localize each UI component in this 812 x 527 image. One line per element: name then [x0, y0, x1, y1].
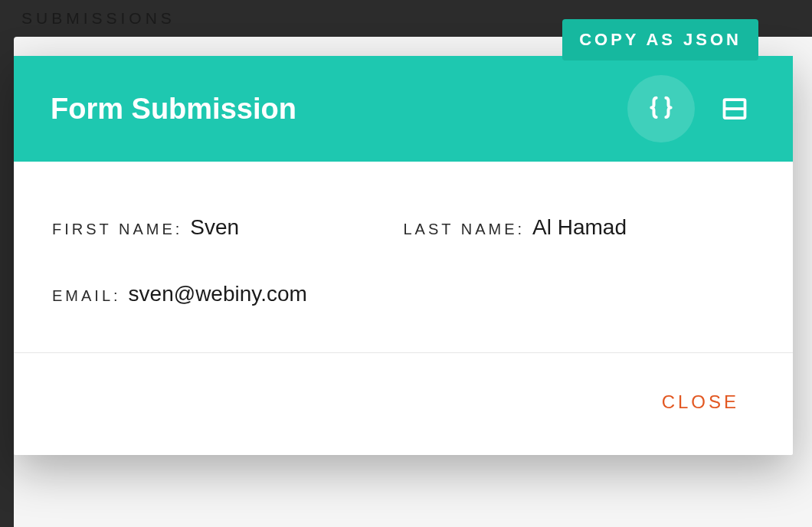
rows-icon: [721, 95, 748, 123]
page-title: SUBMISSIONS: [21, 9, 175, 28]
dialog-header: Form Submission: [14, 56, 793, 162]
copy-json-tooltip: COPY AS JSON: [562, 19, 758, 61]
field-first-name: FIRST NAME: Sven: [52, 215, 404, 240]
form-submission-dialog: Form Submission FIRST NAME: Sven LAST NA: [14, 56, 793, 455]
email-value: sven@webiny.com: [129, 282, 307, 306]
close-button[interactable]: CLOSE: [662, 391, 739, 413]
json-view-button[interactable]: [627, 75, 695, 142]
field-email: EMAIL: sven@webiny.com: [52, 282, 755, 306]
first-name-value: Sven: [190, 215, 239, 240]
last-name-label: LAST NAME:: [404, 221, 526, 238]
table-view-button[interactable]: [713, 87, 756, 130]
last-name-value: Al Hamad: [532, 215, 627, 240]
first-name-label: FIRST NAME:: [52, 221, 182, 238]
field-last-name: LAST NAME: Al Hamad: [404, 215, 755, 240]
dialog-footer: CLOSE: [14, 353, 793, 455]
dialog-title: Form Submission: [51, 93, 296, 126]
header-actions: [627, 75, 756, 142]
dialog-body: FIRST NAME: Sven LAST NAME: Al Hamad EMA…: [14, 162, 793, 353]
braces-icon: [647, 94, 676, 123]
email-label: EMAIL:: [52, 287, 121, 305]
